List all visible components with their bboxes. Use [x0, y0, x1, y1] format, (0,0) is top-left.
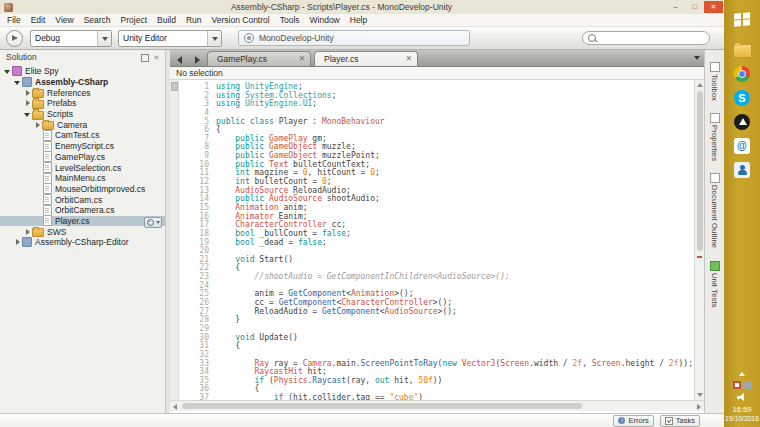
tab-nav-right-icon[interactable] [190, 52, 203, 65]
side-tab-toolbox[interactable]: Toolbox [705, 62, 724, 101]
tray-app-icon[interactable] [733, 381, 741, 389]
expander-open-icon[interactable] [3, 67, 11, 75]
chat-app-icon[interactable] [734, 162, 750, 178]
run-target-dropdown[interactable]: Unity Editor [118, 30, 222, 47]
menu-item-version-control[interactable]: Version Control [207, 14, 275, 27]
tray-app-icon-2[interactable] [744, 381, 752, 389]
menu-item-view[interactable]: View [50, 14, 78, 27]
tree-item-scripts[interactable]: Scripts [0, 109, 165, 120]
folder-icon [32, 228, 44, 237]
code-editor[interactable]: 1using UnityEngine;2using System.Collect… [170, 80, 704, 400]
tab-player-cs[interactable]: Player.cs✕ [314, 51, 418, 66]
tree-item-enemyscript-cs[interactable]: EnemyScript.cs [0, 141, 165, 152]
windows-logo-icon [734, 12, 750, 27]
expander-open-icon[interactable] [23, 110, 31, 118]
tab-close-icon[interactable]: ✕ [406, 55, 412, 63]
tree-item-prefabs[interactable]: Prefabs [0, 98, 165, 109]
menu-item-tools[interactable]: Tools [275, 14, 305, 27]
window-title: Assembly-CSharp - Scripts\Player.cs - Mo… [17, 2, 666, 12]
tree-item-mouseorbitimproved-cs[interactable]: MouseOrbitImproved.cs [0, 184, 165, 195]
search-box[interactable] [582, 31, 710, 45]
tasks-label: Tasks [676, 416, 695, 425]
tree-item-levelselection-cs[interactable]: LevelSelection.cs [0, 162, 165, 173]
expander-closed-icon[interactable] [23, 99, 31, 107]
chevron-down-icon[interactable] [97, 31, 111, 46]
pad-tab-label: Properties [710, 125, 719, 161]
vertical-scroll-thumb[interactable] [697, 91, 703, 251]
run-button[interactable] [6, 30, 23, 47]
file-explorer-icon[interactable] [733, 34, 752, 58]
tree-item-camtest-cs[interactable]: CamTest.cs [0, 130, 165, 141]
menu-item-project[interactable]: Project [116, 14, 152, 27]
menu-item-build[interactable]: Build [152, 14, 181, 27]
tab-nav-left-icon[interactable] [173, 52, 186, 65]
tree-item-mainmenu-cs[interactable]: MainMenu.cs [0, 173, 165, 184]
scroll-down-icon[interactable] [697, 393, 703, 397]
errors-button[interactable]: ! Errors [613, 415, 653, 427]
chevron-down-icon[interactable] [207, 31, 221, 46]
tree-item-orbitcamera-cs[interactable]: OrbitCamera.cs [0, 205, 165, 216]
menu-item-run[interactable]: Run [181, 14, 207, 27]
volume-icon[interactable] [737, 393, 747, 401]
swirl-logo-icon: @ [734, 138, 750, 154]
chevron-down-icon [156, 221, 160, 224]
unity-icon[interactable] [734, 114, 750, 130]
code-line: 23 //shootAudio = GetComponentInChildren… [179, 273, 694, 282]
tree-item-gameplay-cs[interactable]: GamePlay.cs [0, 152, 165, 163]
tasks-button[interactable]: Tasks [660, 415, 700, 427]
error-overview-mark [697, 256, 702, 258]
scroll-up-icon[interactable] [697, 83, 703, 87]
tree-item-sws[interactable]: SWS [0, 226, 165, 237]
tree-item-assembly-csharp[interactable]: Assembly-CSharp [0, 77, 165, 88]
search-input[interactable] [596, 33, 700, 43]
maximize-button[interactable]: □ [685, 1, 704, 13]
menu-item-edit[interactable]: Edit [26, 14, 51, 27]
menu-item-help[interactable]: Help [345, 14, 372, 27]
scroll-left-icon[interactable] [173, 404, 177, 410]
tray-expand-icon[interactable] [739, 372, 745, 376]
run-configuration-dropdown[interactable]: Debug [30, 30, 112, 47]
vertical-scrollbar[interactable] [694, 80, 704, 400]
tab-gameplay-cs[interactable]: GamePlay.cs✕ [207, 51, 311, 66]
expander-open-icon[interactable] [13, 78, 21, 86]
line-number: 36 [179, 385, 216, 394]
tab-overflow-icon[interactable] [694, 56, 700, 60]
app-swirl-icon[interactable]: @ [734, 138, 750, 154]
menu-item-file[interactable]: File [2, 14, 26, 27]
skype-icon[interactable]: S [734, 90, 750, 106]
close-button[interactable]: ✕ [704, 1, 723, 13]
auto-hide-icon[interactable] [140, 53, 149, 62]
start-button[interactable] [734, 8, 750, 26]
tree-item-player-cs[interactable]: Player.cs [0, 216, 165, 227]
folder-icon [32, 100, 44, 109]
expander-closed-icon[interactable] [23, 89, 31, 97]
chrome-icon[interactable] [734, 66, 750, 82]
scroll-right-icon[interactable] [697, 404, 701, 410]
line-number: 5 [179, 118, 216, 127]
side-tab-document-outline[interactable]: Document Outline [705, 173, 724, 248]
chat-logo-icon [734, 162, 750, 178]
taskbar-clock[interactable]: 16:59 19/10/2016 [725, 405, 759, 423]
tree-item-elite-spy[interactable]: Elite Spy [0, 66, 165, 77]
code-text: { [216, 342, 240, 351]
line-number: 35 [179, 377, 216, 386]
close-pad-icon[interactable]: ✕ [152, 53, 161, 62]
menu-item-search[interactable]: Search [79, 14, 116, 27]
expander-spacer [33, 153, 41, 161]
menu-item-window[interactable]: Window [305, 14, 345, 27]
expander-closed-icon[interactable] [23, 228, 31, 236]
expander-closed-icon[interactable] [13, 238, 21, 246]
minimize-button[interactable]: – [666, 1, 685, 13]
horizontal-scroll-thumb[interactable] [182, 403, 582, 409]
side-tab-properties[interactable]: Properties [705, 113, 724, 161]
expander-spacer [33, 196, 41, 204]
horizontal-scrollbar[interactable] [170, 400, 704, 411]
tab-close-icon[interactable]: ✕ [299, 55, 305, 63]
expander-closed-icon[interactable] [33, 121, 41, 129]
tree-item-references[interactable]: References [0, 87, 165, 98]
tree-item-orbitcam-cs[interactable]: OrbitCam.cs [0, 194, 165, 205]
folder-icon [42, 121, 54, 130]
tree-item-camera[interactable]: Camera [0, 119, 165, 130]
side-tab-unit-tests[interactable]: Unit Tests [705, 261, 724, 308]
tree-item-assembly-csharp-editor[interactable]: Assembly-CSharp-Editor [0, 237, 165, 248]
